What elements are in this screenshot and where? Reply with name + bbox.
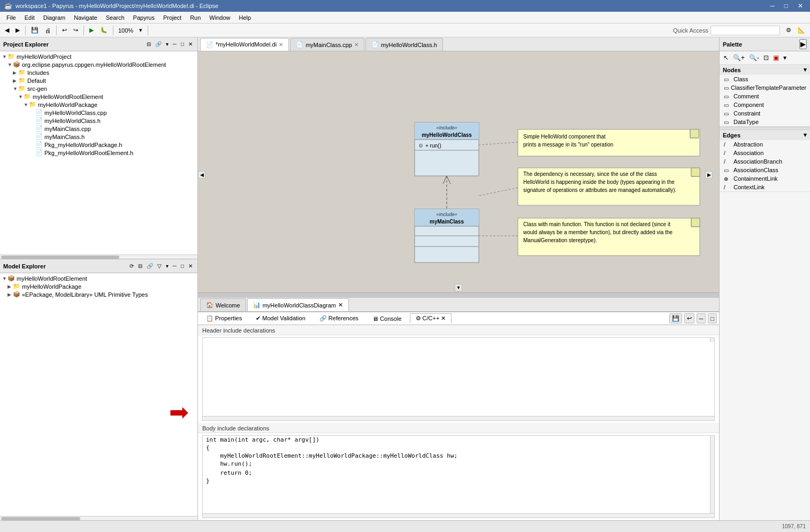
me-collapse-button[interactable]: ⊟ xyxy=(136,263,144,269)
tree-item-mainh[interactable]: ▶ 📄 myMainClass.h xyxy=(0,133,197,141)
palette-item-datatype[interactable]: ▭ DataType xyxy=(720,118,810,126)
bp-revert-button[interactable]: ↩ xyxy=(684,313,694,323)
tab-close-button[interactable]: ✕ xyxy=(279,42,283,48)
tab-close-button[interactable]: ✕ xyxy=(338,302,343,309)
toolbar-forward-button[interactable]: ▶ xyxy=(13,25,22,35)
palette-item-constraint[interactable]: ▭ Constraint xyxy=(720,109,810,118)
me-tree-item-uml[interactable]: ▶ 📦 «EPackage, ModelLibrary» UML Primiti… xyxy=(0,290,197,298)
palette-item-association[interactable]: / Association xyxy=(720,149,810,157)
toolbar-save-button[interactable]: 💾 xyxy=(28,25,41,35)
me-filter-button[interactable]: ▽ xyxy=(156,263,163,269)
tab-properties[interactable]: 📋 Properties xyxy=(200,313,248,323)
pe-collapse-button[interactable]: ⊟ xyxy=(145,41,152,48)
bp-min-button[interactable]: ─ xyxy=(697,313,706,323)
palette-zoom-fit-button[interactable]: ⊡ xyxy=(762,52,770,63)
menu-file[interactable]: File xyxy=(2,13,20,22)
menu-help[interactable]: Help xyxy=(234,13,255,22)
palette-menu-button[interactable]: ▾ xyxy=(782,52,788,63)
menu-search[interactable]: Search xyxy=(102,13,129,22)
body-include-editor[interactable]: int main(int argc, char* argv[]) { myHel… xyxy=(202,435,715,519)
tab-close-button[interactable]: ✕ xyxy=(354,42,358,48)
pe-min-button[interactable]: ─ xyxy=(171,41,178,48)
cpp-tab-close[interactable]: ✕ xyxy=(441,315,446,321)
pe-max-button[interactable]: □ xyxy=(179,41,186,48)
header-include-editor[interactable] xyxy=(202,337,715,421)
tab-welcome[interactable]: 🏠 Welcome xyxy=(200,298,246,311)
tree-item-maincpp[interactable]: ▶ 📄 myMainClass.cpp xyxy=(0,125,197,133)
tree-item-pkghw[interactable]: ▶ 📄 Pkg_myHelloWorldPackage.h xyxy=(0,141,197,149)
toolbar-perspective-button[interactable]: 📐 xyxy=(795,25,808,35)
palette-zoom-out-button[interactable]: 🔍- xyxy=(747,52,761,63)
pe-link-button[interactable]: 🔗 xyxy=(154,41,163,48)
diagram-scroll-right[interactable]: ▶ xyxy=(705,171,713,179)
tree-item-project[interactable]: ▼ 📁 myHelloWorldProject xyxy=(0,52,197,60)
tab-class-diagram[interactable]: 📊 myHelloWorldClassDiagram ✕ xyxy=(247,298,349,311)
diagram-scroll-down[interactable]: ▼ xyxy=(455,284,462,291)
uml-box-mainclass[interactable]: «Include» myMainClass xyxy=(415,209,479,263)
tree-item-package[interactable]: ▼ 📁 myHelloWorldPackage xyxy=(0,101,197,109)
toolbar-redo-button[interactable]: ↪ xyxy=(71,25,81,35)
pe-scroll-h[interactable] xyxy=(0,255,197,259)
tree-item-default[interactable]: ▶ 📁 Default xyxy=(0,76,197,84)
tree-item-hwcpp[interactable]: ▶ 📄 myHelloWorldClass.cpp xyxy=(0,109,197,117)
menu-diagram[interactable]: Diagram xyxy=(39,13,70,22)
tree-item-includes[interactable]: ▶ 📁 Includes xyxy=(0,68,197,76)
me-link-button[interactable]: 🔗 xyxy=(145,263,155,269)
quick-access-input[interactable] xyxy=(710,26,780,35)
minimize-button[interactable]: ─ xyxy=(767,1,777,11)
palette-select-button[interactable]: ↖ xyxy=(722,52,730,63)
menu-navigate[interactable]: Navigate xyxy=(70,13,101,22)
diagram-scroll-left[interactable]: ◀ xyxy=(198,171,205,179)
me-tree-item-package[interactable]: ▶ 📁 myHelloWorldPackage xyxy=(0,282,197,290)
palette-marker-button[interactable]: ▣ xyxy=(771,52,781,63)
maximize-button[interactable]: □ xyxy=(782,1,791,11)
uml-box-helloworld[interactable]: «Include» myHelloWorldClass ⚙ + run() xyxy=(415,122,479,176)
palette-item-association-branch[interactable]: / AssociationBranch xyxy=(720,157,810,166)
palette-item-component[interactable]: ▭ Component xyxy=(720,101,810,109)
me-tree-item-root[interactable]: ▼ 📦 myHelloWorldRootElement xyxy=(0,274,197,282)
palette-item-containment-link[interactable]: ⊕ ContainmentLink xyxy=(720,174,810,183)
toolbar-back-button[interactable]: ◀ xyxy=(2,25,12,35)
toolbar-debug-button[interactable]: 🐛 xyxy=(97,25,110,35)
tab-console[interactable]: 🖥 Console xyxy=(366,314,407,323)
menu-papyrus[interactable]: Papyrus xyxy=(129,13,159,22)
palette-item-context-link[interactable]: / ContextLink xyxy=(720,183,810,191)
tab-model-di[interactable]: 📄 *myHelloWorldModel.di ✕ xyxy=(200,38,289,51)
menu-edit[interactable]: Edit xyxy=(20,13,39,22)
me-close-button[interactable]: ✕ xyxy=(187,263,194,269)
palette-item-class[interactable]: ▭ Class xyxy=(720,75,810,83)
tree-item-rootelem[interactable]: ▼ 📁 myHelloWorldRootElement xyxy=(0,92,197,101)
tree-item-org[interactable]: ▼ 📦 org.eclipse.papyrus.cppgen.myHelloWo… xyxy=(0,60,197,68)
palette-item-comment[interactable]: ▭ Comment xyxy=(720,92,810,101)
menu-window[interactable]: Window xyxy=(205,13,234,22)
edges-section-header[interactable]: Edges ▾ xyxy=(720,130,810,140)
pe-close-button[interactable]: ✕ xyxy=(187,41,194,48)
tab-model-validation[interactable]: ✔ Model Validation xyxy=(250,313,311,323)
me-max-button[interactable]: □ xyxy=(179,263,186,269)
toolbar-undo-button[interactable]: ↩ xyxy=(59,25,70,35)
menu-project[interactable]: Project xyxy=(159,13,186,22)
tree-item-pkgroot[interactable]: ▶ 📄 Pkg_myHelloWorldRootElement.h xyxy=(0,149,197,157)
tab-references[interactable]: 🔗 References xyxy=(314,313,364,323)
toolbar-settings-button[interactable]: ⚙ xyxy=(783,25,794,35)
nodes-section-header[interactable]: Nodes ▾ xyxy=(720,65,810,75)
palette-collapse-button[interactable]: ▶ xyxy=(799,39,807,49)
palette-item-abstraction[interactable]: / Abstraction xyxy=(720,140,810,149)
tree-item-hwh[interactable]: ▶ 📄 myHelloWorldClass.h xyxy=(0,117,197,125)
palette-item-association-class[interactable]: ▭ AssociationClass xyxy=(720,166,810,174)
close-button[interactable]: ✕ xyxy=(795,1,806,11)
tab-cpp[interactable]: ⚙ C/C++ ✕ xyxy=(410,313,452,323)
toolbar-print-button[interactable]: 🖨 xyxy=(42,26,54,35)
me-min-button[interactable]: ─ xyxy=(171,263,178,269)
tree-item-srcgen[interactable]: ▼ 📁 src-gen xyxy=(0,84,197,92)
diagram-h-scrollbar[interactable] xyxy=(198,292,719,298)
palette-zoom-in-button[interactable]: 🔍+ xyxy=(731,52,746,63)
zoom-dropdown-button[interactable]: ▾ xyxy=(136,25,145,35)
menu-run[interactable]: Run xyxy=(186,13,205,22)
toolbar-run-button[interactable]: ▶ xyxy=(87,25,96,35)
bp-max-button[interactable]: □ xyxy=(708,313,717,323)
me-menu-button[interactable]: ▾ xyxy=(164,263,170,269)
tab-main-cpp[interactable]: 📄 myMainClass.cpp ✕ xyxy=(290,38,364,51)
me-sync-button[interactable]: ⟳ xyxy=(128,263,135,269)
pe-menu-button[interactable]: ▾ xyxy=(164,41,170,48)
